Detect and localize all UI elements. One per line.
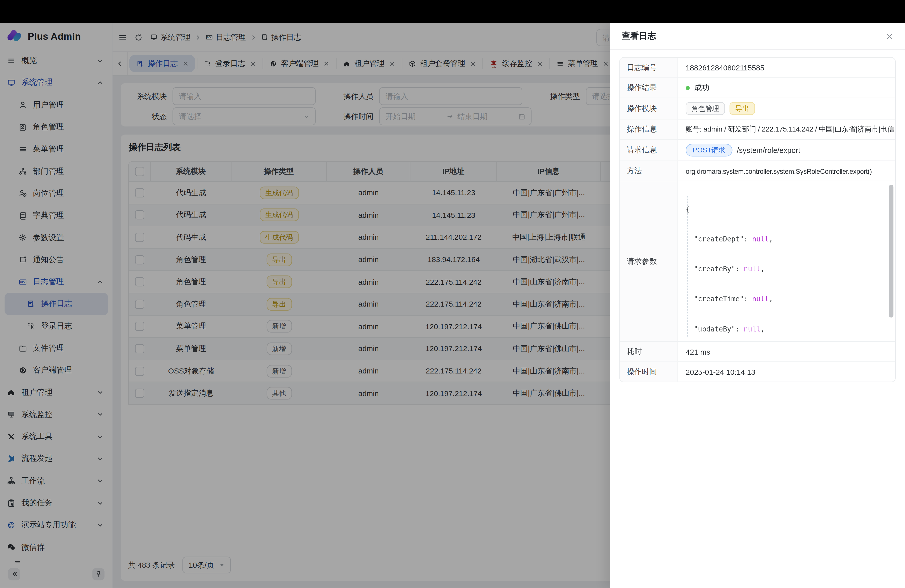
detail-row: 操作结果 成功 <box>620 78 895 98</box>
detail-label: 方法 <box>620 161 678 181</box>
method-value: org.dromara.system.controller.system.Sys… <box>678 161 895 181</box>
drawer-title: 查看日志 <box>622 31 656 42</box>
detail-label: 耗时 <box>620 342 678 361</box>
module-badge: 角色管理 <box>686 102 725 115</box>
detail-row: 操作信息 账号: admin / 研发部门 / 222.175.114.242 … <box>620 119 895 139</box>
top-letterbox <box>0 0 905 23</box>
drawer-header: 查看日志 <box>610 23 905 50</box>
detail-row: 耗时 421 ms <box>620 341 895 361</box>
screen: Plus Admin 概览 系统管理 用户管理 <box>0 0 905 588</box>
view-log-drawer: 查看日志 日志编号 1882612840802115585 操作结果 成功 操作 <box>610 23 905 588</box>
log-detail-table: 日志编号 1882612840802115585 操作结果 成功 操作模块 角色… <box>619 57 896 382</box>
detail-label: 操作时间 <box>620 362 678 382</box>
detail-row: 操作时间 2025-01-24 10:14:13 <box>620 361 895 381</box>
detail-row: 日志编号 1882612840802115585 <box>620 58 895 78</box>
detail-label: 操作结果 <box>620 78 678 98</box>
detail-label: 请求参数 <box>620 181 678 341</box>
detail-label: 日志编号 <box>620 58 678 78</box>
result-text: 成功 <box>694 83 710 93</box>
operation-time-value: 2025-01-24 10:14:13 <box>678 362 895 382</box>
request-info-value: POST请求 /system/role/export <box>678 140 895 161</box>
success-dot-icon <box>686 86 690 90</box>
operation-info-value: 账号: admin / 研发部门 / 222.175.114.242 / 中国|… <box>678 119 895 139</box>
request-params-value: { "createDept": null, "createBy": null, … <box>678 181 895 341</box>
detail-row: 方法 org.dromara.system.controller.system.… <box>620 161 895 181</box>
result-value: 成功 <box>678 78 895 98</box>
detail-label: 操作模块 <box>620 98 678 119</box>
log-id-value: 1882612840802115585 <box>678 58 895 78</box>
duration-value: 421 ms <box>678 342 895 361</box>
detail-label: 请求信息 <box>620 140 678 161</box>
modal-overlay[interactable] <box>0 23 610 588</box>
detail-row: 请求信息 POST请求 /system/role/export <box>620 139 895 161</box>
drawer-body: 日志编号 1882612840802115585 操作结果 成功 操作模块 角色… <box>619 49 896 382</box>
detail-label: 操作信息 <box>620 119 678 139</box>
request-path: /system/role/export <box>737 146 800 154</box>
post-method-badge: POST请求 <box>686 144 732 157</box>
json-scrollbar-thumb[interactable] <box>889 185 894 318</box>
detail-row: 请求参数 { "createDept": null, "createBy": n… <box>620 181 895 341</box>
json-viewer: { "createDept": null, "createBy": null, … <box>686 185 802 341</box>
detail-row: 操作模块 角色管理 导出 <box>620 98 895 119</box>
close-icon[interactable] <box>885 32 894 40</box>
module-value: 角色管理 导出 <box>678 98 895 119</box>
action-badge: 导出 <box>730 102 755 115</box>
